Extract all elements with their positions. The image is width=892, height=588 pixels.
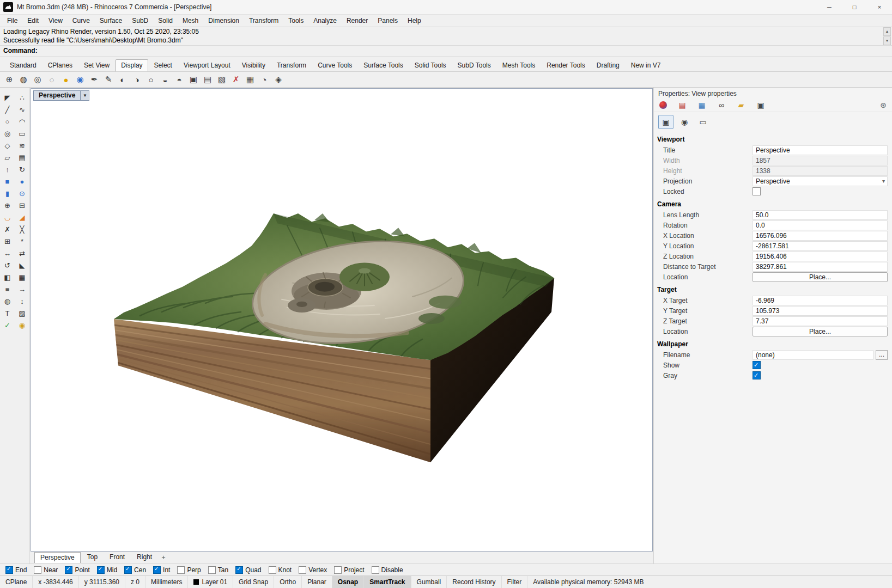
viewport-tab[interactable]: Top: [82, 552, 103, 563]
gumball-tool[interactable]: ◉: [16, 320, 29, 330]
boolean-difference-tool[interactable]: ⊟: [16, 200, 29, 211]
backfaces-display-icon[interactable]: ◓: [173, 74, 185, 85]
join-tool[interactable]: ⊞: [1, 236, 14, 247]
osnap-toggle[interactable]: Tan: [208, 566, 228, 574]
toolbar-tab[interactable]: Solid Tools: [409, 59, 452, 71]
status-item[interactable]: Osnap: [332, 576, 364, 588]
menu-item[interactable]: SubD: [127, 16, 153, 26]
check-tool[interactable]: ✓: [1, 320, 14, 330]
curve-boolean-tool[interactable]: ◍: [1, 296, 14, 307]
xray-display-icon[interactable]: ◌: [46, 74, 58, 85]
scale-tool[interactable]: ◣: [16, 260, 29, 271]
osnap-checkbox[interactable]: [235, 566, 243, 574]
osnap-checkbox[interactable]: [334, 566, 342, 574]
property-value[interactable]: Place...: [753, 272, 888, 282]
menu-item[interactable]: Dimension: [203, 16, 244, 26]
offset-tool[interactable]: ≡: [1, 284, 14, 295]
osnap-toggle[interactable]: Quad: [235, 566, 261, 574]
toolbar-tab[interactable]: Display: [116, 59, 148, 71]
toolbar-tab[interactable]: Viewport Layout: [178, 59, 236, 71]
sphere-tool[interactable]: ●: [16, 176, 29, 187]
property-value[interactable]: [753, 371, 761, 379]
toolbar-tab[interactable]: Standard: [4, 59, 42, 71]
move-tool[interactable]: ↔: [1, 248, 14, 259]
osnap-checkbox[interactable]: [208, 566, 216, 574]
rendered-display-icon[interactable]: ●: [60, 74, 72, 85]
property-value[interactable]: 38297.861: [753, 262, 888, 272]
osnap-checkbox[interactable]: [299, 566, 306, 574]
minimize-button[interactable]: ─: [817, 0, 842, 14]
property-value[interactable]: [753, 187, 761, 195]
toolbar-tab[interactable]: CPlanes: [43, 59, 78, 71]
display-options-icon[interactable]: ▧: [216, 74, 228, 85]
extend-tool[interactable]: →: [16, 284, 29, 295]
viewport-title[interactable]: Perspective: [33, 90, 81, 101]
text-tool[interactable]: T: [1, 308, 14, 318]
toolbar-tab[interactable]: Transform: [271, 59, 312, 71]
select-tool[interactable]: ◤: [1, 92, 14, 103]
clear-drape-icon[interactable]: ✗: [230, 74, 242, 85]
status-item[interactable]: Ortho: [274, 576, 302, 588]
property-value[interactable]: -28617.581: [753, 241, 888, 251]
maximize-button[interactable]: □: [842, 0, 867, 14]
flat-shade-icon[interactable]: ▣: [187, 74, 199, 85]
array-tool[interactable]: ▦: [16, 272, 29, 283]
menu-item[interactable]: Transform: [244, 16, 283, 26]
menu-item[interactable]: View: [44, 16, 68, 26]
toolbar-tab[interactable]: Set View: [78, 59, 115, 71]
property-value[interactable]: 16576.096: [753, 231, 888, 241]
arc-tool[interactable]: ◠: [16, 116, 29, 127]
osnap-toggle[interactable]: Cen: [124, 566, 146, 574]
explode-tool[interactable]: *: [16, 236, 29, 247]
shadows-display-icon[interactable]: ◒: [159, 74, 171, 85]
property-value[interactable]: 1857: [753, 156, 888, 166]
mirror-tool[interactable]: ◧: [1, 272, 14, 283]
osnap-checkbox[interactable]: [372, 566, 379, 574]
point-tool[interactable]: ∴: [16, 92, 29, 103]
status-item[interactable]: Planar: [302, 576, 332, 588]
toolbar-tab[interactable]: SubD Tools: [452, 59, 496, 71]
capture-viewport-icon[interactable]: ▦: [244, 74, 256, 85]
status-item[interactable]: Layer 01: [188, 576, 233, 588]
menu-item[interactable]: Help: [403, 16, 426, 26]
boolean-union-tool[interactable]: ⊕: [1, 200, 14, 211]
status-item[interactable]: SmartTrack: [364, 576, 411, 588]
property-value[interactable]: 50.0: [753, 210, 888, 220]
menu-item[interactable]: Tools: [283, 16, 308, 26]
ellipse-tool[interactable]: ◎: [1, 128, 14, 139]
extrude-tool[interactable]: ↑: [1, 164, 14, 175]
status-item[interactable]: Record History: [447, 576, 501, 588]
polyline-tool[interactable]: ╱: [1, 104, 14, 115]
osnap-toggle[interactable]: Point: [65, 566, 89, 574]
arctic-display-icon[interactable]: ○: [145, 74, 157, 85]
osnap-toggle[interactable]: Perp: [177, 566, 201, 574]
layers-tab[interactable]: ▤: [678, 101, 687, 109]
wallpaper-settings-tab[interactable]: ▭: [695, 115, 711, 129]
scroll-down-icon[interactable]: ▼: [883, 36, 891, 45]
screen-capture-icon[interactable]: ◔: [258, 74, 270, 85]
property-value[interactable]: Place...: [753, 327, 888, 336]
osnap-checkbox[interactable]: [97, 566, 105, 574]
toolbar-tab[interactable]: Mesh Tools: [497, 59, 541, 71]
menu-item[interactable]: Mesh: [178, 16, 203, 26]
menu-item[interactable]: Solid: [153, 16, 178, 26]
viewport-menu-arrow-icon[interactable]: ▼: [81, 90, 89, 101]
osnap-toggle[interactable]: Vertex: [299, 566, 327, 574]
fillet-tool[interactable]: ◡: [1, 212, 14, 223]
status-item[interactable]: CPlane: [0, 576, 33, 588]
display-tab[interactable]: ▦: [697, 101, 706, 109]
viewport-tab[interactable]: Perspective: [34, 552, 81, 563]
status-item[interactable]: Millimeters: [145, 576, 188, 588]
loft-tool[interactable]: ▤: [16, 152, 29, 163]
status-item[interactable]: Filter: [502, 576, 528, 588]
menu-item[interactable]: File: [2, 16, 22, 26]
osnap-checkbox[interactable]: [269, 566, 276, 574]
osnap-toggle[interactable]: Disable: [372, 566, 403, 574]
osnap-toggle[interactable]: End: [5, 566, 27, 574]
lens-settings-tab[interactable]: ◉: [677, 115, 692, 129]
hatch-tool[interactable]: ▨: [16, 308, 29, 318]
trim-tool[interactable]: ✗: [1, 224, 14, 235]
polygon-tool[interactable]: ◇: [1, 140, 14, 151]
chamfer-tool[interactable]: ◢: [16, 212, 29, 223]
menu-item[interactable]: Edit: [22, 16, 44, 26]
